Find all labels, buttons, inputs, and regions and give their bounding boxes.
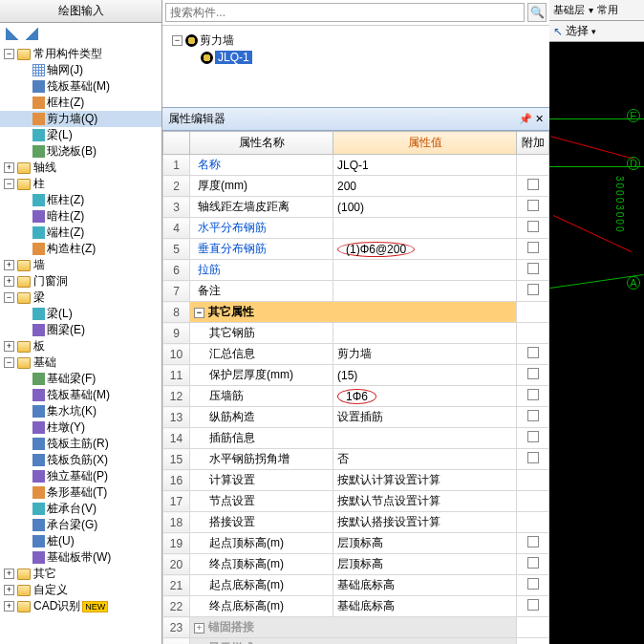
minus-icon[interactable]: − bbox=[4, 179, 14, 189]
tree-item[interactable]: 梁 bbox=[33, 290, 45, 306]
property-name[interactable]: 拉筋 bbox=[198, 263, 221, 276]
extra-checkbox[interactable] bbox=[527, 536, 539, 547]
tree-item[interactable]: 基础 bbox=[33, 354, 56, 371]
property-value[interactable]: 基础底标高 bbox=[337, 578, 395, 591]
tree-item[interactable]: 条形基础(T) bbox=[47, 484, 107, 501]
property-value[interactable]: 200 bbox=[337, 180, 356, 193]
tree-item[interactable]: 框柱(Z) bbox=[47, 192, 84, 208]
property-name[interactable]: 轴线距左墙皮距离 bbox=[198, 200, 290, 213]
tree-item[interactable]: 框柱(Z) bbox=[47, 95, 84, 111]
plus-icon[interactable]: + bbox=[4, 601, 14, 612]
tree-item[interactable]: 梁(L) bbox=[47, 306, 73, 322]
minus-icon[interactable]: − bbox=[4, 49, 14, 59]
property-name[interactable]: 垂直分布钢筋 bbox=[198, 242, 267, 255]
tree-item[interactable]: 其它 bbox=[33, 566, 56, 582]
extra-checkbox[interactable] bbox=[527, 179, 539, 190]
property-value[interactable]: (1)Φ6@200 bbox=[337, 242, 415, 257]
tree-item[interactable]: 轴网(J) bbox=[47, 62, 83, 78]
property-name[interactable]: 水平分布钢筋 bbox=[198, 221, 267, 234]
tree-item[interactable]: 桩(U) bbox=[47, 533, 75, 549]
tree-item[interactable]: 板 bbox=[33, 338, 45, 354]
property-name[interactable]: 汇总信息 bbox=[209, 347, 255, 360]
select-tool[interactable]: 选择 bbox=[566, 23, 589, 39]
tree-item[interactable]: CAD识别 bbox=[33, 598, 80, 614]
property-name[interactable]: 插筋信息 bbox=[209, 431, 255, 444]
property-name[interactable]: 起点顶标高(m) bbox=[209, 536, 284, 549]
extra-checkbox[interactable] bbox=[527, 200, 539, 211]
property-name[interactable]: 终点底标高(m) bbox=[209, 599, 284, 612]
property-group[interactable]: +显示样式 bbox=[190, 638, 517, 645]
mode-label[interactable]: 常用 bbox=[597, 3, 618, 17]
minus-icon[interactable]: − bbox=[4, 357, 14, 368]
property-name[interactable]: 厚度(mm) bbox=[198, 179, 247, 192]
extra-checkbox[interactable] bbox=[527, 431, 539, 442]
property-value[interactable]: 1Φ6 bbox=[337, 389, 376, 404]
extra-checkbox[interactable] bbox=[527, 578, 539, 590]
component-instance-tree[interactable]: − 剪力墙 JLQ-1 bbox=[162, 26, 549, 107]
extra-checkbox[interactable] bbox=[527, 389, 539, 400]
property-name[interactable]: 纵筋构造 bbox=[209, 410, 255, 423]
tree-item[interactable]: 柱墩(Y) bbox=[47, 419, 85, 436]
tree-root[interactable]: 常用构件类型 bbox=[33, 46, 102, 62]
tree-item[interactable]: 圈梁(E) bbox=[47, 322, 85, 338]
plus-icon[interactable]: + bbox=[4, 585, 14, 595]
minus-icon[interactable]: − bbox=[4, 292, 14, 303]
component-tree[interactable]: − 常用构件类型 轴网(J) 筏板基础(M) 框柱(Z) 剪力墙(Q) 梁(L)… bbox=[0, 44, 161, 617]
property-value[interactable]: 按默认搭接设置计算 bbox=[337, 515, 440, 528]
tree-item[interactable]: 轴线 bbox=[33, 160, 56, 176]
property-value[interactable]: 基础底标高 bbox=[337, 599, 395, 612]
tree-item[interactable]: 筏板主筋(R) bbox=[47, 436, 109, 452]
property-name[interactable]: 起点底标高(m) bbox=[209, 578, 284, 591]
plus-icon[interactable]: + bbox=[4, 569, 14, 579]
plus-icon[interactable]: + bbox=[4, 162, 14, 173]
tree-item[interactable]: 筏板基础(M) bbox=[47, 387, 110, 403]
property-value[interactable]: 层顶标高 bbox=[337, 536, 383, 549]
property-group[interactable]: +锚固搭接 bbox=[190, 617, 517, 638]
tree-item[interactable]: 基础梁(F) bbox=[47, 371, 96, 387]
extra-checkbox[interactable] bbox=[527, 410, 539, 421]
search-input[interactable] bbox=[165, 3, 525, 22]
plus-icon[interactable]: + bbox=[4, 341, 14, 352]
extra-checkbox[interactable] bbox=[527, 599, 539, 611]
property-name[interactable]: 水平钢筋拐角增 bbox=[209, 452, 290, 465]
property-name[interactable]: 名称 bbox=[198, 158, 221, 171]
minus-icon[interactable]: − bbox=[172, 35, 182, 46]
plus-icon[interactable]: + bbox=[4, 276, 14, 287]
tree-item[interactable]: 筏板负筋(X) bbox=[47, 452, 108, 468]
property-name[interactable]: 其它钢筋 bbox=[209, 326, 255, 339]
extra-checkbox[interactable] bbox=[527, 284, 539, 295]
property-value[interactable]: (100) bbox=[337, 201, 364, 214]
property-value[interactable]: 否 bbox=[337, 452, 349, 465]
property-value[interactable]: (15) bbox=[337, 369, 357, 382]
property-value[interactable]: JLQ-1 bbox=[337, 159, 369, 172]
tree-item[interactable]: 自定义 bbox=[33, 582, 68, 598]
tree-item[interactable]: 桩承台(V) bbox=[47, 501, 97, 517]
property-value[interactable]: 层顶标高 bbox=[337, 557, 383, 570]
property-group[interactable]: −其它属性 bbox=[190, 302, 517, 323]
tree-item[interactable]: 暗柱(Z) bbox=[47, 208, 84, 225]
tree-item[interactable]: 承台梁(G) bbox=[47, 517, 97, 533]
expand-tool-icon[interactable] bbox=[6, 27, 19, 40]
extra-checkbox[interactable] bbox=[527, 242, 539, 253]
instance-selected[interactable]: JLQ-1 bbox=[215, 51, 252, 64]
property-table[interactable]: 属性名称 属性值 附加 1名称JLQ-12厚度(mm)2003轴线距左墙皮距离(… bbox=[162, 131, 549, 644]
tree-item[interactable]: 端柱(Z) bbox=[47, 225, 84, 241]
tree-item[interactable]: 构造柱(Z) bbox=[47, 241, 96, 257]
cad-canvas[interactable]: E D A 30003000 bbox=[549, 42, 644, 644]
plus-icon[interactable]: + bbox=[4, 260, 14, 270]
pin-icon[interactable]: 📌 ✕ bbox=[519, 113, 544, 125]
tree-item[interactable]: 现浇板(B) bbox=[47, 143, 97, 160]
tree-item[interactable]: 独立基础(P) bbox=[47, 468, 108, 484]
tree-item[interactable]: 基础板带(W) bbox=[47, 549, 111, 566]
collapse-tool-icon[interactable] bbox=[25, 27, 38, 40]
property-value[interactable]: 设置插筋 bbox=[337, 410, 383, 423]
extra-checkbox[interactable] bbox=[527, 452, 539, 463]
extra-checkbox[interactable] bbox=[527, 263, 539, 274]
extra-checkbox[interactable] bbox=[527, 347, 539, 358]
layer-dropdown[interactable]: 基础层 bbox=[553, 3, 585, 17]
tree-item[interactable]: 筏板基础(M) bbox=[47, 78, 110, 95]
tree-item[interactable]: 门窗洞 bbox=[33, 273, 68, 290]
property-name[interactable]: 搭接设置 bbox=[209, 515, 255, 528]
tree-item[interactable]: 梁(L) bbox=[47, 127, 73, 143]
tree-item[interactable]: 柱 bbox=[33, 176, 45, 192]
